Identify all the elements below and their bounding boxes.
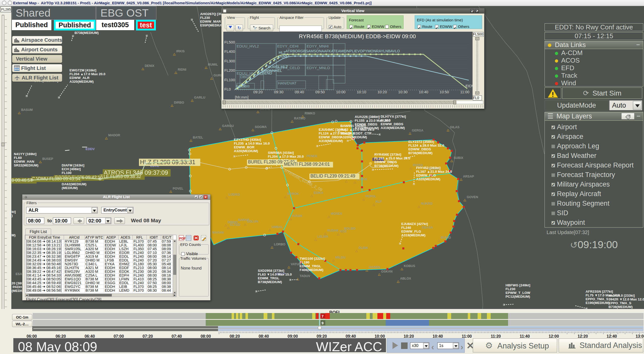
svg-text:BATEL: BATEL bbox=[193, 136, 203, 139]
svg-text:RYR456E B738(MEDIUM) EDDB->E: RYR456E B738(MEDIUM) EDDB->EIDW 09:00 bbox=[299, 33, 416, 39]
svg-text:GARGU: GARGU bbox=[222, 124, 234, 128]
svg-text:BUSEP: BUSEP bbox=[42, 157, 53, 161]
svg-text:GILAS: GILAS bbox=[450, 125, 459, 129]
svg-text:ESA: ESA bbox=[16, 272, 22, 276]
svg-text:11:00: 11:00 bbox=[460, 90, 469, 94]
svg-text:ESIKA: ESIKA bbox=[314, 191, 323, 195]
svg-text:EDWW_DBDS: EDWW_DBDS bbox=[381, 122, 403, 126]
svg-text:FL160: FL160 bbox=[381, 118, 390, 122]
svg-text:B738(MEDIUM): B738(MEDIUM) bbox=[609, 305, 633, 309]
svg-text:M): M) bbox=[12, 233, 16, 237]
svg-text:N41YY [169kt]: N41YY [169kt] bbox=[14, 152, 37, 156]
svg-text:ECH [406kt]: ECH [406kt] bbox=[62, 167, 81, 171]
svg-text:MOSEX: MOSEX bbox=[331, 212, 342, 215]
svg-text:E55P(MEDIUM): E55P(MEDIUM) bbox=[200, 23, 225, 27]
svg-text:UMBAL: UMBAL bbox=[272, 225, 283, 229]
svg-text:B738(MEDIUM): B738(MEDIUM) bbox=[75, 31, 99, 35]
svg-text:GARLU: GARLU bbox=[194, 96, 205, 99]
svg-text:FL100: FL100 bbox=[224, 78, 235, 82]
svg-text:A319(MEDIUM): A319(MEDIUM) bbox=[381, 126, 405, 130]
svg-text:EWG7ZM [416kt]: EWG7ZM [416kt] bbox=[69, 68, 96, 72]
svg-text:RIDNI: RIDNI bbox=[178, 68, 186, 71]
svg-text:BASUM: BASUM bbox=[21, 108, 33, 112]
svg-text:EDWW_HAN: EDWW_HAN bbox=[14, 160, 34, 163]
svg-text:FL200: FL200 bbox=[224, 68, 235, 72]
svg-text:FL63 ▼14.0 Max 15.0: FL63 ▼14.0 Max 15.0 bbox=[258, 273, 292, 276]
svg-text:GOVEN: GOVEN bbox=[467, 195, 478, 199]
svg-text:7: 7 bbox=[321, 314, 324, 318]
svg-text:EDWW_FLG: EDWW_FLG bbox=[401, 230, 421, 233]
svg-text:DIAFM [163kt]: DIAFM [163kt] bbox=[62, 163, 84, 167]
svg-text:FL62 ▲23.0 Max 29.0: FL62 ▲23.0 Max 29.0 bbox=[340, 128, 374, 131]
svg-text:EPPO_TMA_S: EPPO_TMA_S bbox=[609, 301, 631, 305]
svg-text:RUDAK: RUDAK bbox=[327, 229, 339, 232]
svg-text:EDYY_MNHI: EDYY_MNHI bbox=[307, 44, 329, 48]
svg-text:LORBO: LORBO bbox=[274, 243, 285, 246]
svg-text:EJU84ZX [427kt]: EJU84ZX [427kt] bbox=[401, 222, 428, 226]
svg-text:SOGMA: SOGMA bbox=[255, 125, 267, 129]
svg-text:HBFWG [249kt]: HBFWG [249kt] bbox=[506, 283, 530, 287]
svg-text:ELTED: ELTED bbox=[230, 223, 240, 227]
svg-text:MILGU: MILGU bbox=[335, 256, 345, 259]
svg-text:BUREL HLZ: BUREL HLZ bbox=[268, 65, 288, 69]
svg-text:B738(MEDIUM): B738(MEDIUM) bbox=[258, 280, 282, 284]
svg-text:EDWW_BOR: EDWW_BOR bbox=[234, 145, 255, 149]
svg-text:KOSIX: KOSIX bbox=[293, 214, 303, 218]
svg-text:EDMM_TRGL: EDMM_TRGL bbox=[258, 276, 279, 280]
svg-text:A319(MEDIUM): A319(MEDIUM) bbox=[319, 139, 343, 143]
svg-text:EPWW_T_LOW: EPWW_T_LOW bbox=[506, 291, 530, 295]
svg-text:PENEK: PENEK bbox=[307, 154, 317, 158]
svg-text:DA62(MEDIUM): DA62(MEDIUM) bbox=[62, 182, 86, 186]
svg-text:FL230: FL230 bbox=[506, 287, 515, 291]
svg-text:OGSEN: OGSEN bbox=[369, 266, 380, 269]
svg-text:PDF: PDF bbox=[179, 237, 186, 240]
svg-text:MENTI FL268 09:24:01: MENTI FL268 09:24:01 bbox=[284, 162, 330, 167]
svg-text:AUA226 [386kt]: AUA226 [386kt] bbox=[355, 115, 380, 119]
svg-text:20 [380: 20 [380 bbox=[12, 281, 23, 285]
svg-text:FL0: FL0 bbox=[224, 87, 231, 91]
svg-text:FL60: FL60 bbox=[14, 156, 22, 160]
svg-text:Max-14.0 [233kt]: Max-14.0 [233kt] bbox=[609, 294, 635, 297]
svg-text:GERGA: GERGA bbox=[412, 129, 423, 132]
svg-text:LODRO: LODRO bbox=[229, 193, 240, 196]
svg-text:PEPOL: PEPOL bbox=[366, 195, 376, 198]
svg-text:RUMIL: RUMIL bbox=[208, 63, 218, 66]
svg-text:SUBIX: SUBIX bbox=[454, 156, 463, 160]
svg-text:OSKAN: OSKAN bbox=[381, 270, 392, 273]
svg-text:BOLBO: BOLBO bbox=[344, 227, 355, 230]
svg-text:AFR23SN [277kt]: AFR23SN [277kt] bbox=[586, 290, 613, 293]
svg-text:FL167 ▲21.0 Max 24.0: FL167 ▲21.0 Max 24.0 bbox=[416, 170, 452, 173]
svg-text:PC12(MEDIUM): PC12(MEDIUM) bbox=[506, 295, 530, 298]
svg-text:TWG100 [222kt]: TWG100 [222kt] bbox=[300, 257, 325, 260]
svg-text:PADH: PADH bbox=[13, 285, 22, 289]
svg-text:TADUV: TADUV bbox=[300, 274, 310, 278]
svg-text:EDDV: EDDV bbox=[86, 147, 95, 151]
svg-text:HAN/DVAT: HAN/DVAT bbox=[278, 81, 297, 85]
svg-text:BOROK: BOROK bbox=[287, 192, 299, 196]
svg-text:EZY27HD [435kt]: EZY27HD [435kt] bbox=[234, 138, 261, 142]
svg-text:FL204 ▲17.0 Max 20.0: FL204 ▲17.0 Max 20.0 bbox=[69, 72, 105, 76]
svg-text:SWR98A [415kt]: SWR98A [415kt] bbox=[268, 151, 294, 155]
svg-text:EDWW_ALR: EDWW_ALR bbox=[69, 76, 90, 80]
svg-text:FL190: FL190 bbox=[300, 260, 309, 264]
svg-text:SXD2958 [273kt]: SXD2958 [273kt] bbox=[258, 269, 284, 273]
svg-text:ODLUN: ODLUN bbox=[247, 220, 258, 223]
svg-text:FL240: FL240 bbox=[401, 226, 411, 230]
svg-text:): ) bbox=[12, 214, 13, 217]
svg-text:A320(MEDIUM): A320(MEDIUM) bbox=[69, 80, 94, 83]
svg-text:EDYY_CEHI: EDYY_CEHI bbox=[277, 44, 299, 48]
svg-text:IRKIS: IRKIS bbox=[176, 50, 185, 53]
svg-text:9: 9 bbox=[321, 321, 324, 325]
svg-text:E190(MEDIUM): E190(MEDIUM) bbox=[586, 301, 610, 305]
svg-text:(MEDIUM): (MEDIUM) bbox=[62, 186, 78, 190]
svg-text:LELMA: LELMA bbox=[317, 235, 328, 238]
svg-text:MAXAN: MAXAN bbox=[212, 231, 224, 234]
svg-text:ATRBORGBSAMSONAAFKATEAMEINPLIE: ATRBORGBSAMSONAAFKATEAMEINPLIEVOPYMONRAY… bbox=[285, 49, 400, 53]
svg-text:FL153 ▲25.0 Max 29.0: FL153 ▲25.0 Max 29.0 bbox=[374, 156, 410, 160]
svg-text:FL230: FL230 bbox=[200, 16, 210, 20]
svg-text:MADOR: MADOR bbox=[108, 134, 120, 137]
svg-text:SR22(MEDIUM): SR22(MEDIUM) bbox=[14, 163, 39, 167]
svg-text:EDWW_DBDS: EDWW_DBDS bbox=[408, 147, 431, 151]
svg-text:EDMM_TRGL: EDMM_TRGL bbox=[300, 264, 321, 268]
svg-text:FL204 ▲17.0 Max 20.0: FL204 ▲17.0 Max 20.0 bbox=[268, 155, 304, 158]
